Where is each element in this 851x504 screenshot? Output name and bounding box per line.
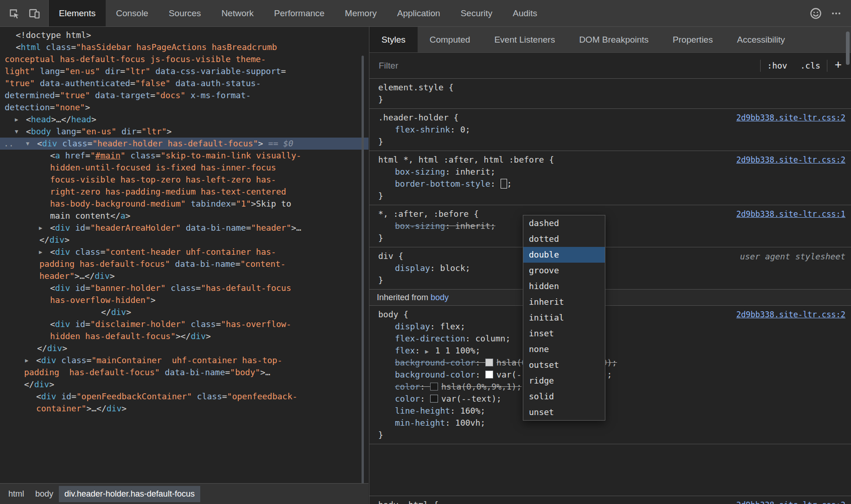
dom-tree-line[interactable]: light" lang="en-us" dir="ltr" data-css-v… xyxy=(0,65,368,77)
breadcrumb-item[interactable]: body xyxy=(30,486,59,502)
inspect-icon[interactable] xyxy=(4,4,24,23)
dom-tree-line[interactable]: ▼<body lang="en-us" dir="ltr"> xyxy=(0,126,368,138)
dom-tree-line[interactable]: header">…</div> xyxy=(0,270,368,282)
dropdown-option[interactable]: dotted xyxy=(523,231,605,247)
tab-performance[interactable]: Performance xyxy=(264,0,335,26)
dropdown-option[interactable]: dashed xyxy=(523,215,605,231)
tab-network[interactable]: Network xyxy=(211,0,264,26)
css-property[interactable]: display: flex; xyxy=(369,321,851,333)
css-property[interactable]: box-sizing: inherit; xyxy=(369,220,851,232)
css-property[interactable]: box-sizing: inherit; xyxy=(369,166,851,178)
color-swatch[interactable] xyxy=(430,383,438,391)
dom-tree-line[interactable]: <div id="openFeedbackContainer" class="o… xyxy=(0,391,368,403)
css-property[interactable]: color: var(--text); xyxy=(369,393,851,405)
dropdown-option[interactable]: none xyxy=(523,341,605,357)
expand-arrow-icon[interactable]: ▶ xyxy=(15,113,18,126)
dropdown-option[interactable]: double xyxy=(523,247,605,263)
dom-tree-line[interactable]: main content</a> xyxy=(0,210,368,222)
dom-tree-line[interactable]: has-body-background-medium" tabindex="1"… xyxy=(0,198,368,210)
css-property[interactable]: line-height: 160%; xyxy=(369,405,851,417)
dropdown-option[interactable]: inset xyxy=(523,326,605,341)
element-classes-toggle[interactable]: .cls xyxy=(794,61,826,70)
dom-tree-line[interactable]: </div> xyxy=(0,378,368,391)
pseudo-state-toggle[interactable]: :hov xyxy=(761,61,794,70)
css-property[interactable]: flex-shrink: 0; xyxy=(369,124,851,136)
collapse-arrow-icon[interactable]: ▼ xyxy=(26,138,29,150)
dom-tree-line[interactable]: determined="true" data-target="docs" x-m… xyxy=(0,89,368,101)
expand-arrow-icon[interactable]: ▶ xyxy=(39,222,42,234)
dom-tree-line[interactable]: detection="none"> xyxy=(0,101,368,113)
tab-security[interactable]: Security xyxy=(451,0,503,26)
color-swatch[interactable] xyxy=(485,371,493,378)
stylesheet-link[interactable]: 2d9bb338.site-ltr.css:2 xyxy=(737,310,845,319)
dom-tree-line[interactable]: has-overflow-hidden"> xyxy=(0,294,368,306)
dom-tree-line[interactable]: ▶<div class="mainContainer uhf-container… xyxy=(0,354,368,366)
collapse-arrow-icon[interactable]: ▼ xyxy=(15,126,18,138)
dom-tree-line[interactable]: </div> xyxy=(0,306,368,318)
dom-tree-line[interactable]: conceptual has-default-focus js-focus-vi… xyxy=(0,53,368,65)
dom-tree-line[interactable]: ▶<head>…</head> xyxy=(0,113,368,126)
expand-arrow-icon[interactable]: ▶ xyxy=(25,354,28,366)
value-edit-box[interactable] xyxy=(501,179,507,189)
dropdown-option[interactable]: solid xyxy=(523,389,605,404)
dropdown-option[interactable]: inherit xyxy=(523,294,605,310)
device-toolbar-icon[interactable] xyxy=(24,4,44,23)
dom-tree-line[interactable]: ▶<div class="content-header uhf-containe… xyxy=(0,246,368,258)
elements-scrollbar[interactable] xyxy=(362,56,364,490)
dom-tree-line[interactable]: </div> xyxy=(0,234,368,246)
stylesheet-link[interactable]: 2d9bb338.site-ltr.css:2 xyxy=(737,113,845,122)
tab-dom-breakpoints[interactable]: DOM Breakpoints xyxy=(567,27,660,52)
styles-scrollbar[interactable] xyxy=(846,32,850,65)
color-swatch[interactable] xyxy=(485,359,493,366)
breadcrumb-item[interactable]: html xyxy=(3,486,30,502)
tab-elements[interactable]: Elements xyxy=(49,0,106,26)
inherited-node-link[interactable]: body xyxy=(431,293,449,302)
dropdown-option[interactable]: unset xyxy=(523,404,605,420)
stylesheet-link[interactable]: 2d9bb338.site-ltr.css:1 xyxy=(737,209,845,219)
breadcrumb-item[interactable]: div.header-holder.has-default-focus xyxy=(59,486,200,502)
dom-tree-line[interactable]: hidden has-default-focus"></div> xyxy=(0,330,368,342)
dom-tree-line[interactable]: padding has-default-focus" data-bi-name=… xyxy=(0,258,368,270)
tab-event-listeners[interactable]: Event Listeners xyxy=(482,27,567,52)
tab-properties[interactable]: Properties xyxy=(660,27,725,52)
dropdown-option[interactable]: initial xyxy=(523,310,605,326)
dom-tree-line[interactable]: ▶<div id="headerAreaHolder" data-bi-name… xyxy=(0,222,368,234)
dom-tree-line[interactable]: hidden-until-focused is-fixed has-inner-… xyxy=(0,162,368,174)
tab-computed[interactable]: Computed xyxy=(418,27,483,52)
tab-memory[interactable]: Memory xyxy=(335,0,387,26)
styles-filter-input[interactable] xyxy=(378,60,760,71)
css-property[interactable]: color: hsla(0,0%,9%,1); xyxy=(369,381,851,393)
expand-arrow-icon[interactable]: ▶ xyxy=(39,246,42,258)
tab-audits[interactable]: Audits xyxy=(502,0,547,26)
tab-application[interactable]: Application xyxy=(387,0,451,26)
css-property[interactable]: border-bottom-style: ; xyxy=(369,178,851,190)
dom-tree-line[interactable]: <html class="hasSidebar hasPageActions h… xyxy=(0,41,368,53)
css-property[interactable]: flex: ▶ 1 1 100%; xyxy=(369,345,851,357)
css-property[interactable]: min-height: 100vh; xyxy=(369,417,851,429)
tab-console[interactable]: Console xyxy=(106,0,159,26)
dom-tree-line[interactable]: <div id="banner-holder" class="has-defau… xyxy=(0,282,368,294)
color-swatch[interactable] xyxy=(430,395,438,403)
dom-tree-line[interactable]: "true" data-authenticated="false" data-a… xyxy=(0,77,368,89)
css-property[interactable]: background-color: var(--body-background)… xyxy=(369,369,851,381)
dom-tree-line[interactable]: <a href="#main" class="skip-to-main-link… xyxy=(0,150,368,162)
tab-styles[interactable]: Styles xyxy=(369,27,418,52)
tab-sources[interactable]: Sources xyxy=(159,0,211,26)
dom-tree-line[interactable]: padding has-default-focus" data-bi-name=… xyxy=(0,366,368,378)
css-property[interactable]: flex-direction: column; xyxy=(369,333,851,345)
css-property[interactable]: display: block; xyxy=(369,262,851,274)
rule-selector[interactable]: element.style { xyxy=(369,82,851,94)
kebab-menu-icon[interactable] xyxy=(826,4,846,23)
dom-tree-line[interactable]: focus-visible has-top-zero has-left-zero… xyxy=(0,174,368,186)
css-property[interactable]: background-color: hsla(0, 0%, 100%, .999… xyxy=(369,357,851,369)
dom-tree-line[interactable]: <!doctype html> xyxy=(0,29,368,41)
stylesheet-link[interactable]: 2d9bb338.site-ltr.css:2 xyxy=(737,500,845,504)
dropdown-option[interactable]: hidden xyxy=(523,278,605,294)
dom-tree-line[interactable]: </div> xyxy=(0,342,368,354)
feedback-smiley-icon[interactable] xyxy=(806,4,826,23)
tab-accessibility[interactable]: Accessibility xyxy=(725,27,797,52)
stylesheet-link[interactable]: 2d9bb338.site-ltr.css:2 xyxy=(737,155,845,164)
dom-tree-line[interactable]: container">…</div> xyxy=(0,403,368,415)
dom-tree-line[interactable]: ..▼<div class="header-holder has-default… xyxy=(0,138,368,150)
dom-tree-line[interactable]: <div id="disclaimer-holder" class="has-o… xyxy=(0,318,368,330)
